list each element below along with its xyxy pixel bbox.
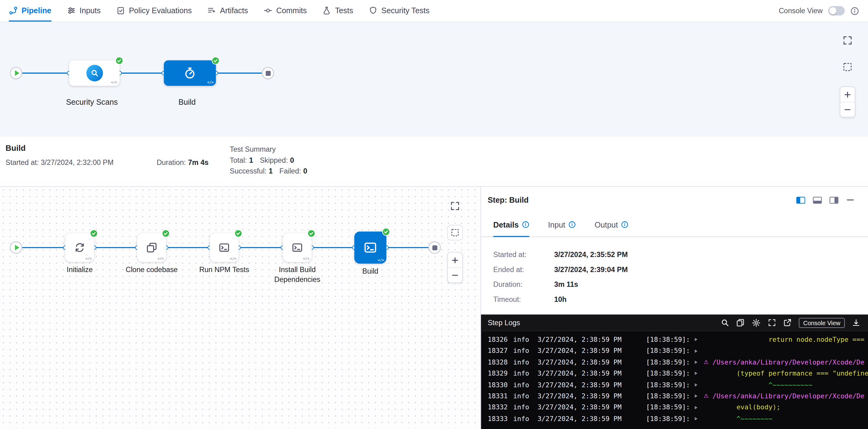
layout-split-bottom-button[interactable] <box>813 196 822 203</box>
log-line[interactable]: 18332info3/27/2024, 2:38:59 PM[18:38:59]… <box>488 402 868 413</box>
marquee-select-button[interactable] <box>447 225 463 240</box>
log-line[interactable]: 18333info3/27/2024, 2:38:59 PM[18:38:59]… <box>488 413 868 424</box>
expand-arrow-icon[interactable] <box>695 379 704 391</box>
step-node-run-npm-tests[interactable]: </> <box>210 233 239 262</box>
info-icon[interactable] <box>522 221 529 228</box>
info-icon[interactable] <box>850 6 859 16</box>
step-label-build[interactable]: Build <box>334 267 406 276</box>
tab-output[interactable]: Output <box>594 213 628 237</box>
log-line-number: 18333 <box>488 413 513 424</box>
external-link-icon[interactable] <box>783 318 792 327</box>
expand-arrow-icon[interactable] <box>695 334 704 345</box>
tab-tests[interactable]: Tests <box>322 0 353 22</box>
stage-end-node[interactable] <box>429 241 441 254</box>
log-content: (typeof performance === "undefine <box>712 368 868 379</box>
zoom-in-button[interactable] <box>840 87 855 102</box>
warning-icon <box>704 379 712 391</box>
execution-summary-bar: Build Started at: 3/27/2024, 2:32:00 PM … <box>0 137 868 186</box>
step-node-install-build-dependencies[interactable]: </> <box>283 233 312 262</box>
stage-label-security-scans[interactable]: Security Scans <box>53 97 131 106</box>
tab-label: Inputs <box>80 6 101 15</box>
stage-start-node[interactable] <box>10 241 22 254</box>
stage-graph-canvas[interactable]: </> </> Security Scans Build <box>0 22 868 137</box>
log-level: info <box>513 379 537 391</box>
step-logs-title: Step Logs <box>488 318 520 327</box>
terminal-icon <box>291 242 303 253</box>
layout-split-left-button[interactable] <box>796 196 806 203</box>
code-glyph: </> <box>303 256 309 261</box>
console-view-toggle[interactable] <box>828 6 845 16</box>
policy-evaluations-icon <box>116 6 125 15</box>
step-graph-canvas[interactable]: </> </> </> </> </> <box>0 187 480 429</box>
fullscreen-button[interactable] <box>842 35 852 45</box>
search-icon[interactable] <box>721 318 729 327</box>
step-label-clone-codebase[interactable]: Clone codebase <box>116 265 188 275</box>
tab-artifacts[interactable]: Artifacts <box>207 0 248 22</box>
log-line-number: 18330 <box>488 379 513 391</box>
copy-icon[interactable] <box>736 318 745 327</box>
log-line[interactable]: 18328info3/27/2024, 2:38:59 PM[18:38:59]… <box>488 357 868 368</box>
stage-label-build[interactable]: Build <box>148 97 226 106</box>
app-root: Pipeline Inputs Policy Evaluations Artif… <box>0 0 868 429</box>
expand-arrow-icon[interactable] <box>695 368 704 379</box>
expand-arrow-icon[interactable] <box>695 357 704 368</box>
expand-arrow-icon[interactable] <box>695 413 704 424</box>
tab-policy-evaluations[interactable]: Policy Evaluations <box>116 0 191 22</box>
gear-icon[interactable] <box>752 318 761 327</box>
download-icon[interactable] <box>852 318 860 327</box>
zoom-in-button[interactable] <box>448 252 462 268</box>
tab-details[interactable]: Details <box>493 213 529 237</box>
log-line[interactable]: 18331info3/27/2024, 2:38:59 PM[18:38:59]… <box>488 391 868 402</box>
nav-right-controls: Console View <box>779 6 859 16</box>
zoom-out-button[interactable] <box>840 102 855 117</box>
tab-pipeline[interactable]: Pipeline <box>9 0 51 22</box>
tab-input[interactable]: Input <box>548 213 576 237</box>
fullscreen-icon[interactable] <box>768 318 776 327</box>
log-line[interactable]: 18327info3/27/2024, 2:38:59 PM[18:38:59]… <box>488 345 868 357</box>
success-check-icon <box>212 57 220 65</box>
toggle-knob <box>829 7 836 14</box>
pipeline-start-node[interactable] <box>10 67 22 79</box>
clone-icon <box>146 242 157 253</box>
code-glyph: </> <box>378 258 384 262</box>
detail-value: 10h <box>554 295 566 303</box>
log-line[interactable]: 18326info3/27/2024, 2:38:59 PM[18:38:59]… <box>488 334 868 345</box>
total-label: Total: <box>229 156 247 164</box>
tab-security-tests[interactable]: Security Tests <box>369 0 429 22</box>
log-timestamp: [18:38:59]: <box>646 391 695 402</box>
info-icon[interactable] <box>568 221 576 228</box>
expand-arrow-icon[interactable] <box>695 391 704 402</box>
step-label-run-npm-tests[interactable]: Run NPM Tests <box>188 265 260 275</box>
test-summary-row: Total:1Skipped:0 <box>229 156 314 164</box>
log-line[interactable]: 18330info3/27/2024, 2:38:59 PM[18:38:59]… <box>488 379 868 391</box>
console-view-button[interactable]: Console View <box>799 317 845 327</box>
layout-split-right-button[interactable] <box>829 196 839 203</box>
minimize-panel-button[interactable] <box>846 195 855 205</box>
log-content: return node.nodeType === <box>712 334 868 345</box>
duration-value: 7m 4s <box>188 158 209 167</box>
pipeline-icon <box>9 6 18 15</box>
fullscreen-button[interactable] <box>450 201 460 211</box>
pipeline-end-node[interactable] <box>262 67 274 79</box>
stage-node-build[interactable]: </> <box>164 61 216 86</box>
detail-label: Duration: <box>493 280 554 289</box>
tab-commits[interactable]: Commits <box>264 0 307 22</box>
step-node-build[interactable]: </> <box>354 232 386 264</box>
marquee-select-button[interactable] <box>842 62 852 72</box>
step-label-install-build-dependencies[interactable]: Install Build Dependencies <box>261 265 333 285</box>
stage-node-security-scans[interactable]: </> <box>69 61 119 86</box>
expand-arrow-icon[interactable] <box>695 402 704 413</box>
step-label-initialize[interactable]: Initialize <box>43 265 115 275</box>
step-details-panel: Step: Build Details Input <box>480 187 868 429</box>
zoom-out-button[interactable] <box>448 268 462 282</box>
tab-inputs[interactable]: Inputs <box>67 0 101 22</box>
log-content: ^~~~~~~~~ <box>712 413 868 424</box>
log-date: 3/27/2024, 2:38:59 PM <box>537 357 646 368</box>
log-line[interactable]: 18329info3/27/2024, 2:38:59 PM[18:38:59]… <box>488 368 868 379</box>
info-icon[interactable] <box>621 221 628 228</box>
expand-arrow-icon[interactable] <box>695 345 704 357</box>
step-node-clone-codebase[interactable]: </> <box>137 233 166 262</box>
code-glyph: </> <box>157 256 164 261</box>
step-panel-header: Step: Build <box>481 187 868 213</box>
step-node-initialize[interactable]: </> <box>65 233 94 262</box>
